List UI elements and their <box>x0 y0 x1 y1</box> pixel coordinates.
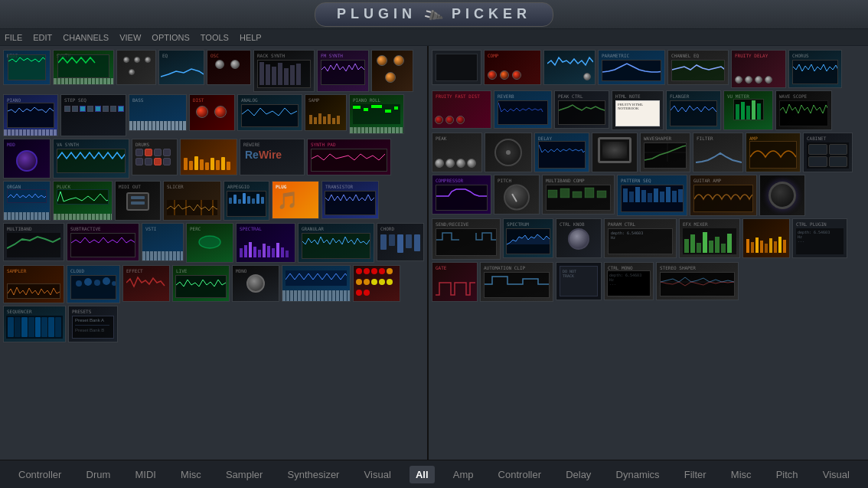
plugin-1[interactable]: MIDI <box>3 50 51 85</box>
plugin-43[interactable]: SEQUENCER <box>3 306 66 342</box>
effect-36[interactable]: GATE <box>432 262 478 302</box>
effect-24[interactable]: PITCH <box>494 175 540 215</box>
plugin-8[interactable] <box>371 50 413 92</box>
menu-file[interactable]: FILE <box>5 33 22 42</box>
plugin-14[interactable]: SAMP <box>305 94 347 131</box>
plugin-33[interactable]: SPECTRAL <box>236 223 295 263</box>
effect-6[interactable]: FRUITY DELAY <box>731 50 786 88</box>
plugin-34[interactable]: GRANULAR <box>298 223 374 263</box>
effect-33[interactable]: EFX MIXER <box>679 218 740 258</box>
effect-8[interactable]: FRUITY FAST DIST <box>432 90 491 129</box>
plugin-27[interactable]: PLUG🎵 <box>272 181 319 219</box>
plugin-20[interactable]: REWIREReWire <box>240 139 305 175</box>
effect-7[interactable]: CHORUS <box>788 50 842 88</box>
effect-13[interactable]: VU METER <box>723 90 773 130</box>
tab-visual-right[interactable]: Visual <box>817 466 856 483</box>
plugin-10[interactable]: STEP SEQ <box>60 94 126 136</box>
plugin-19[interactable] <box>180 139 237 175</box>
plugin-25[interactable]: SLICER <box>163 181 221 221</box>
plugin-11[interactable]: BASS <box>129 94 187 131</box>
plugin-18[interactable]: DRUMS <box>132 139 178 175</box>
plugin-21[interactable]: SYNTH PAD <box>307 139 391 175</box>
tab-pitch[interactable]: Pitch <box>770 466 804 483</box>
effect-4[interactable]: PARAMETRIC <box>598 50 665 85</box>
effect-34[interactable] <box>742 218 790 258</box>
plugin-37[interactable]: CLOUD <box>67 265 120 303</box>
plugin-28[interactable]: TRANSISTOR <box>321 181 379 219</box>
plugin-13[interactable]: ANALOG <box>237 94 302 131</box>
tab-delay[interactable]: Delay <box>560 466 597 483</box>
menu-edit[interactable]: EDIT <box>33 33 52 42</box>
tab-controller-left[interactable]: Controller <box>12 466 67 483</box>
tab-synthesizer[interactable]: Synthesizer <box>282 466 346 483</box>
effect-25[interactable]: MULTIBAND COMP <box>542 175 615 215</box>
plugin-32[interactable]: PERC <box>186 223 233 263</box>
effect-11[interactable]: HTML NOTEFRUITY HTMLNOTEBOOK <box>612 90 664 130</box>
tab-dynamics[interactable]: Dynamics <box>610 466 666 483</box>
effect-35[interactable]: CTRL PLUGINdepth: 6.54603Hz--- <box>792 218 847 258</box>
plugin-22[interactable]: ORGAN <box>3 181 51 221</box>
menu-options[interactable]: OPTIONS <box>152 33 190 42</box>
effect-31[interactable]: CTRL KNOB <box>556 218 602 258</box>
effect-29[interactable]: SEND/RECEIVE <box>432 218 501 260</box>
menu-channels[interactable]: CHANNELS <box>63 33 109 42</box>
effect-15[interactable]: PEAK <box>432 133 482 172</box>
plugin-39[interactable]: LIVE <box>172 265 230 302</box>
effect-17[interactable]: DELAY <box>534 133 589 172</box>
effect-12[interactable]: FLANGER <box>666 90 721 130</box>
effect-19[interactable]: WAVESHAPER <box>640 133 690 172</box>
plugin-29[interactable]: MULTIBAND <box>3 223 64 261</box>
menu-view[interactable]: VIEW <box>119 33 141 42</box>
plugin-9[interactable]: PIANO <box>3 94 58 136</box>
tab-controller-right[interactable]: Controller <box>492 466 547 483</box>
tab-all[interactable]: All <box>410 466 435 483</box>
tab-midi[interactable]: MIDI <box>129 466 162 483</box>
plugin-17[interactable]: VA SYNTH <box>53 139 129 178</box>
effect-28[interactable] <box>759 175 805 216</box>
effect-14[interactable]: WAVE SCOPE <box>775 90 832 130</box>
tab-misc-right[interactable]: Misc <box>725 466 758 483</box>
plugin-41[interactable] <box>282 265 351 302</box>
plugin-16[interactable]: MOD <box>3 139 51 178</box>
plugin-31[interactable]: VSTI <box>142 223 184 261</box>
effect-1[interactable] <box>432 50 481 85</box>
plugin-36[interactable]: SAMPLER <box>3 265 64 303</box>
plugin-30[interactable]: SUBTRACTIVE <box>67 223 139 261</box>
effect-40[interactable]: STEREO SHAPER <box>656 262 739 300</box>
effect-16[interactable] <box>485 133 532 172</box>
effect-39[interactable]: CTRL MONOdepth: 6.54603Hz--- <box>604 262 654 300</box>
effect-2[interactable]: COMP <box>484 50 541 85</box>
tab-drum[interactable]: Drum <box>80 466 117 483</box>
effect-18[interactable] <box>592 133 638 172</box>
tab-visual-left[interactable]: Visual <box>358 466 397 483</box>
effect-10[interactable]: PEAK CTRL <box>554 90 609 129</box>
plugin-3[interactable] <box>116 50 156 85</box>
tab-misc-left[interactable]: Misc <box>175 466 207 483</box>
effect-27[interactable]: GUITAR AMP <box>690 175 757 216</box>
plugin-42[interactable] <box>353 265 400 302</box>
plugin-35[interactable]: CHORD <box>377 223 424 261</box>
plugin-24[interactable]: MIDI OUT <box>115 181 161 221</box>
effect-30[interactable]: SPECTRUM <box>503 218 553 258</box>
plugin-40[interactable]: MONO <box>232 265 279 302</box>
menu-help[interactable]: HELP <box>240 33 262 42</box>
tab-filter[interactable]: Filter <box>678 466 713 483</box>
effect-37[interactable]: AUTOMATION CLIP <box>480 262 553 302</box>
plugin-26[interactable]: ARPEGGIO <box>224 181 269 221</box>
plugin-6[interactable]: RACK SYNTH <box>253 50 315 92</box>
tab-amp[interactable]: Amp <box>447 466 480 483</box>
plugin-15[interactable]: PIANO ROLL <box>349 94 404 134</box>
plugin-5[interactable]: OSC <box>207 50 251 85</box>
effect-9[interactable]: REVERB <box>494 90 552 129</box>
effect-3[interactable] <box>543 50 596 85</box>
plugin-23[interactable]: PLUCK <box>53 181 113 221</box>
effect-32[interactable]: PARAM CTRLdepth: 6.54603Hz <box>604 218 677 258</box>
plugin-38[interactable]: EFFECT <box>122 265 170 302</box>
effect-5[interactable]: CHANNEL EQ <box>667 50 729 85</box>
plugin-44[interactable]: PRESETSPreset Bank APreset Bank B <box>68 306 118 342</box>
effect-23[interactable]: COMPRESSOR <box>432 175 491 215</box>
effect-20[interactable]: FILTER <box>693 133 743 172</box>
effect-21[interactable]: AMP <box>746 133 801 172</box>
plugin-7[interactable]: FM SYNTH <box>317 50 369 92</box>
effect-38[interactable]: DO NOTTRACK <box>556 262 602 300</box>
